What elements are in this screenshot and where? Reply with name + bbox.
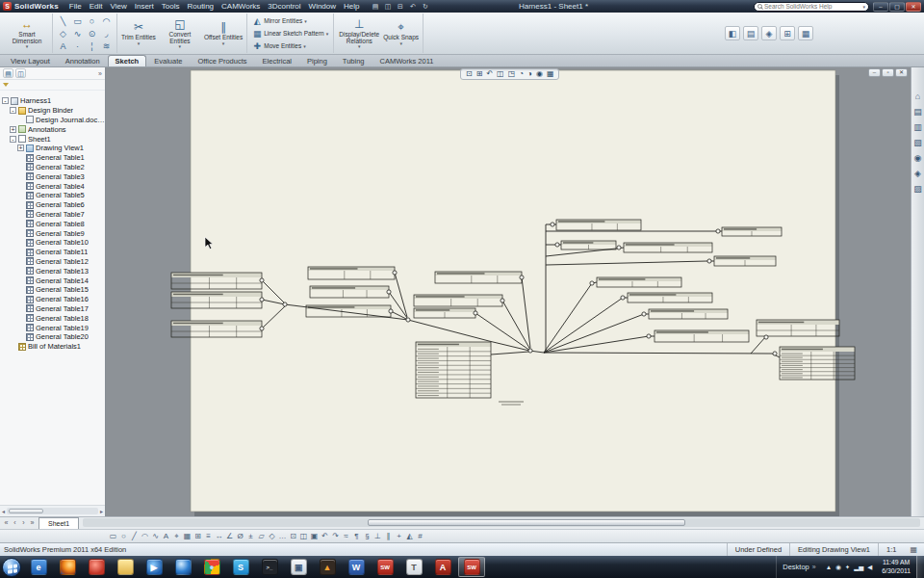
scenes-icon[interactable]: ◈ xyxy=(914,170,921,178)
start-button[interactable] xyxy=(2,558,21,577)
tray-icon[interactable]: ◀ xyxy=(867,564,872,571)
tray-icon[interactable]: ◉ xyxy=(835,564,841,571)
scene-icon[interactable]: ▦ xyxy=(547,69,554,79)
tree-item-general-table13[interactable]: General Table13 xyxy=(0,266,105,276)
desktop-toolbar[interactable]: Desktop » xyxy=(776,556,821,578)
doc-close-button[interactable]: ✕ xyxy=(895,68,908,77)
offset-entities-button[interactable]: ∥Offset Entities▾ xyxy=(203,19,244,46)
sheet-tab-sheet1[interactable]: Sheet1 xyxy=(38,517,79,529)
scroll-right-icon[interactable]: ▸ xyxy=(100,508,103,514)
doc-restore-button[interactable]: ▫ xyxy=(882,68,894,77)
drawing-toolbar-icon[interactable]: … xyxy=(277,530,288,542)
drawing-toolbar-icon[interactable]: ▣ xyxy=(309,530,320,542)
tree-item-general-table12[interactable]: General Table12 xyxy=(0,257,105,267)
quick-snaps-button[interactable]: ⌖Quick Snaps▾ xyxy=(382,19,420,46)
ribbon-extra-icon-5[interactable]: ▦ xyxy=(798,26,813,40)
rebuild-icon[interactable]: ↻ xyxy=(420,1,430,12)
tab-evaluate[interactable]: Evaluate xyxy=(146,55,190,66)
menu-3dcontrol[interactable]: 3Dcontrol xyxy=(264,0,304,13)
tab-office-products[interactable]: Office Products xyxy=(190,55,254,66)
tree-item-general-table11[interactable]: General Table11 xyxy=(0,248,105,257)
tree-item-sheet1[interactable]: -Sheet1 xyxy=(0,134,105,144)
close-button[interactable]: ✕ xyxy=(906,2,921,12)
drawing-toolbar-icon[interactable]: ▱ xyxy=(256,530,267,542)
drawing-toolbar-icon[interactable]: ≡ xyxy=(203,530,214,542)
tree-item-general-table18[interactable]: General Table18 xyxy=(0,313,105,323)
taskbar-notepad[interactable]: ▣ xyxy=(285,557,312,577)
taskbar-word[interactable]: W xyxy=(343,557,370,577)
menu-window[interactable]: Window xyxy=(305,0,340,13)
convert-entities-button[interactable]: ◱Convert Entities▾ xyxy=(158,16,202,50)
show-desktop-button[interactable] xyxy=(916,556,924,578)
propertymanager-tab-icon[interactable]: ◫ xyxy=(15,68,26,78)
scroll-left-icon[interactable]: ◂ xyxy=(2,508,5,514)
taskbar-internet-explorer[interactable]: e xyxy=(25,557,52,577)
sheet-nav-next-icon[interactable]: › xyxy=(19,517,28,529)
graphics-area[interactable]: ⊡⊞↶◫◳◔◑◉▦ –▫✕ xyxy=(106,67,911,516)
tray-icon[interactable]: ✦ xyxy=(845,564,850,571)
display-delete-relations-button[interactable]: ⊥Display/Delete Relations▾ xyxy=(337,16,381,50)
menu-file[interactable]: File xyxy=(65,0,86,13)
menu-help[interactable]: Help xyxy=(340,0,363,13)
tree-item-design-journal-doc-em[interactable]: Design Journal.doc <Em xyxy=(0,116,105,125)
save-icon[interactable]: ◫ xyxy=(382,1,393,12)
drawing-toolbar-icon[interactable]: + xyxy=(394,530,404,542)
taskbar-explorer[interactable] xyxy=(112,557,139,577)
tab-piping[interactable]: Piping xyxy=(299,55,335,66)
taskbar-adobe[interactable]: A xyxy=(429,557,456,577)
ribbon-extra-icon-1[interactable]: ◧ xyxy=(725,26,740,40)
display-style-icon[interactable]: ◔ xyxy=(519,69,524,79)
tab-tubing[interactable]: Tubing xyxy=(335,55,372,66)
drawing-toolbar-icon[interactable]: ⊞ xyxy=(192,530,203,542)
drawing-toolbar-icon[interactable]: ╱ xyxy=(129,530,140,542)
search-dropdown-icon[interactable]: ▾ xyxy=(862,4,865,10)
centerline-tool-icon[interactable]: ¦ xyxy=(85,39,99,52)
file-explorer-icon[interactable]: ▥ xyxy=(913,123,922,132)
sheet-nav-prev-icon[interactable]: ‹ xyxy=(11,517,19,529)
tree-item-general-table9[interactable]: General Table9 xyxy=(0,228,105,238)
tab-annotation[interactable]: Annotation xyxy=(58,55,108,66)
resources-icon[interactable]: ⌂ xyxy=(915,92,920,101)
tab-camworks-2011[interactable]: CAMWorks 2011 xyxy=(372,55,442,66)
drawing-toolbar-icon[interactable]: ▦ xyxy=(182,530,192,542)
drawing-toolbar-icon[interactable]: ◭ xyxy=(404,530,415,542)
tree-item-design-binder[interactable]: -Design Binder xyxy=(0,106,105,116)
filter-icon[interactable] xyxy=(3,83,9,87)
drawing-toolbar-icon[interactable]: # xyxy=(415,530,425,542)
tab-electrical[interactable]: Electrical xyxy=(255,55,299,66)
tree-item-general-table16[interactable]: General Table16 xyxy=(0,295,105,304)
menu-routing[interactable]: Routing xyxy=(183,0,218,13)
drawing-canvas[interactable] xyxy=(106,67,911,516)
linear-sketch-pattern-button[interactable]: ▦Linear Sketch Pattern▾ xyxy=(250,28,330,39)
collapse-box[interactable]: - xyxy=(2,97,9,104)
custom-properties-icon[interactable]: ▨ xyxy=(913,185,922,194)
tree-item-general-table8[interactable]: General Table8 xyxy=(0,219,105,228)
line-tool-icon[interactable]: ╲ xyxy=(56,14,70,27)
polygon-tool-icon[interactable]: ◇ xyxy=(56,27,70,39)
drawing-toolbar-icon[interactable]: § xyxy=(362,530,372,542)
horizontal-scrollbar[interactable] xyxy=(83,518,920,527)
status-grid-icon[interactable]: ▦ xyxy=(904,545,920,554)
print-icon[interactable]: ⊟ xyxy=(395,1,405,12)
collapse-box[interactable]: - xyxy=(10,107,16,114)
maximize-button[interactable]: ▢ xyxy=(889,2,905,12)
featuremanager-tab-icon[interactable]: ▤ xyxy=(3,68,13,78)
spline-tool-icon[interactable]: ∿ xyxy=(70,27,85,39)
move-entities-button[interactable]: ✚Move Entities▾ xyxy=(250,40,330,52)
arc-tool-icon[interactable]: ◠ xyxy=(99,14,114,27)
drawing-toolbar-icon[interactable]: ∥ xyxy=(383,530,394,542)
help-search-box[interactable]: ▾ xyxy=(754,2,869,12)
ribbon-extra-icon-3[interactable]: ◈ xyxy=(761,26,777,40)
drawing-toolbar-icon[interactable]: ◫ xyxy=(298,530,309,542)
taskbar-console[interactable]: >_ xyxy=(256,557,283,577)
tree-item-general-table14[interactable]: General Table14 xyxy=(0,276,105,285)
taskbar-chrome[interactable]: ● xyxy=(198,557,225,577)
tray-icon[interactable]: ▂▅ xyxy=(854,564,863,571)
sheet-nav-first-icon[interactable]: « xyxy=(2,517,11,529)
menu-insert[interactable]: Insert xyxy=(131,0,158,13)
tree-item-general-table2[interactable]: General Table2 xyxy=(0,163,105,172)
tree-item-general-table10[interactable]: General Table10 xyxy=(0,238,105,248)
appearance-icon[interactable]: ◉ xyxy=(536,69,543,79)
taskbar-solidworks-active[interactable]: SW xyxy=(458,557,485,577)
tree-item-general-table7[interactable]: General Table7 xyxy=(0,210,105,220)
